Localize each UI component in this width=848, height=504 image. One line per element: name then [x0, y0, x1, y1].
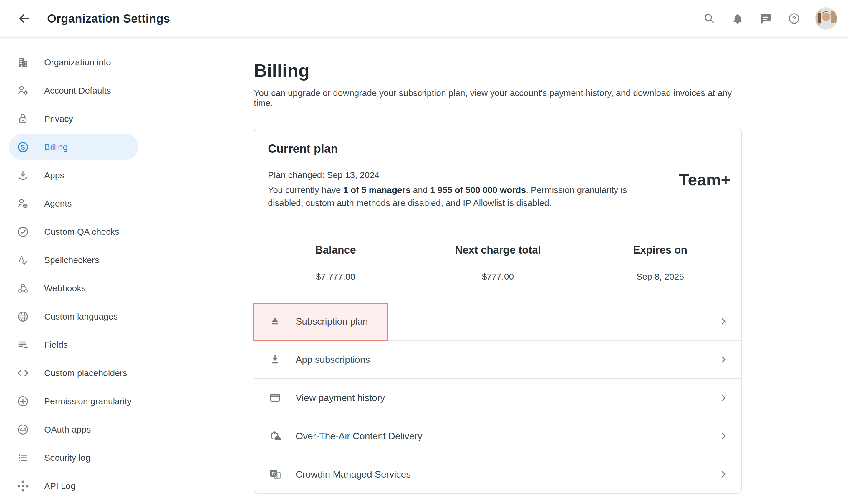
sidebar-item-apps[interactable]: Apps	[9, 162, 138, 188]
search-button[interactable]	[703, 12, 716, 25]
balance-value: $7,777.00	[254, 272, 417, 282]
row-label: Crowdin Managed Services	[296, 469, 411, 480]
translate-icon: G 文	[269, 468, 281, 481]
row-label: View payment history	[296, 393, 385, 403]
current-plan-section: Current plan Plan changed: Sep 13, 2024 …	[254, 129, 741, 227]
globe-icon	[17, 310, 30, 323]
billing-description: You can upgrade or downgrade your subscr…	[254, 88, 748, 108]
sidebar-item-billing[interactable]: $ Billing	[9, 134, 138, 160]
managers-count: 1 of 5 managers	[343, 185, 411, 195]
page-title: Organization Settings	[47, 12, 170, 25]
credit-card-icon	[269, 391, 281, 404]
list-icon	[17, 451, 30, 464]
main-content: Billing You can upgrade or downgrade you…	[254, 38, 748, 494]
person-gear-icon	[17, 84, 30, 97]
row-label: Subscription plan	[296, 316, 368, 327]
code-icon	[17, 366, 30, 380]
topbar: Organization Settings ?	[0, 0, 848, 38]
help-icon: ?	[788, 12, 801, 25]
app-subscriptions-row[interactable]: App subscriptions	[254, 340, 741, 378]
balance-label: Balance	[254, 244, 417, 256]
plan-name: Team+	[679, 170, 730, 189]
ota-sync-icon	[269, 430, 281, 443]
current-plan-title: Current plan	[268, 142, 668, 155]
sidebar-item-permission-granularity[interactable]: Permission granularity	[9, 389, 138, 414]
check-circle-icon	[17, 226, 30, 238]
svg-text:$: $	[21, 144, 25, 151]
building-icon	[17, 56, 30, 69]
sidebar-item-api-log[interactable]: API Log	[9, 473, 138, 499]
sidebar-item-label: Permission granularity	[44, 396, 132, 406]
sidebar-item-label: Apps	[44, 170, 64, 180]
svg-text:文: 文	[275, 473, 280, 479]
sidebar-item-label: Security log	[44, 453, 90, 463]
cloud-circle-icon	[17, 423, 30, 436]
chevron-right-icon	[720, 356, 727, 363]
next-charge-label: Next charge total	[417, 244, 579, 256]
chevron-right-icon	[720, 318, 727, 325]
sidebar-item-agents[interactable]: Agents	[9, 191, 138, 217]
sidebar-item-custom-languages[interactable]: Custom languages	[9, 304, 138, 329]
plan-changed-text: Plan changed: Sep 13, 2024	[268, 170, 668, 180]
sidebar-item-account-defaults[interactable]: Account Defaults	[9, 78, 138, 104]
sidebar-item-webhooks[interactable]: Webhooks	[9, 275, 138, 301]
back-button[interactable]	[17, 12, 31, 25]
topbar-actions: ?	[703, 8, 837, 29]
expires-column: Expires on Sep 8, 2025	[579, 228, 741, 302]
plan-name-box: Team+	[668, 144, 741, 215]
sidebar-item-label: Custom languages	[44, 311, 118, 322]
sidebar-item-custom-qa-checks[interactable]: Custom QA checks	[9, 219, 138, 245]
help-button[interactable]: ?	[788, 12, 801, 25]
dollar-circle-icon: $	[17, 141, 30, 154]
crowdin-managed-services-row[interactable]: G 文 Crowdin Managed Services	[254, 455, 741, 493]
chevron-right-icon	[720, 470, 727, 478]
sidebar-item-label: Account Defaults	[44, 86, 111, 96]
sidebar-item-label: Spellcheckers	[44, 255, 99, 265]
chevron-right-icon	[720, 394, 727, 402]
sidebar-item-label: Webhooks	[44, 283, 86, 293]
row-label: App subscriptions	[296, 354, 370, 365]
sidebar-item-label: Custom QA checks	[44, 227, 119, 237]
sidebar-item-label: Billing	[44, 142, 68, 152]
sidebar-item-fields[interactable]: Fields	[9, 332, 138, 358]
notifications-button[interactable]	[731, 12, 744, 25]
messages-button[interactable]	[759, 12, 773, 25]
sidebar-item-oauth-apps[interactable]: OAuth apps	[9, 417, 138, 443]
sidebar-item-spellcheckers[interactable]: A Spellcheckers	[9, 247, 138, 273]
balance-column: Balance $7,777.00	[254, 228, 417, 302]
words-count: 1 955 of 500 000 words	[430, 185, 526, 195]
search-icon	[703, 12, 716, 25]
sidebar-item-security-log[interactable]: Security log	[9, 445, 138, 471]
sidebar-item-label: Agents	[44, 199, 72, 209]
sidebar-item-organization-info[interactable]: Organization info	[9, 50, 138, 75]
person-cube-icon	[17, 197, 30, 210]
avatar[interactable]	[816, 8, 837, 29]
svg-text:A: A	[19, 254, 24, 264]
webhook-icon	[17, 282, 30, 295]
billing-card: Current plan Plan changed: Sep 13, 2024 …	[254, 129, 742, 494]
expires-label: Expires on	[579, 244, 741, 256]
playlist-add-icon	[17, 338, 30, 351]
current-plan-info: Current plan Plan changed: Sep 13, 2024 …	[254, 129, 668, 227]
sidebar-item-label: Custom placeholders	[44, 368, 127, 378]
billing-summary: Balance $7,777.00 Next charge total $777…	[254, 227, 741, 302]
svg-text:?: ?	[792, 15, 796, 22]
view-payment-history-row[interactable]: View payment history	[254, 378, 741, 417]
sidebar: Organization info Account Defaults P	[0, 38, 147, 501]
sidebar-item-custom-placeholders[interactable]: Custom placeholders	[9, 360, 138, 386]
ota-content-delivery-row[interactable]: Over-The-Air Content Delivery	[254, 417, 741, 455]
download-icon	[17, 169, 30, 182]
diamonds-icon	[17, 480, 30, 492]
billing-heading: Billing	[254, 60, 748, 81]
plus-circle-icon	[17, 395, 30, 408]
chevron-right-icon	[720, 432, 727, 440]
sidebar-item-privacy[interactable]: Privacy	[9, 106, 138, 132]
sidebar-item-label: API Log	[44, 481, 76, 491]
expires-value: Sep 8, 2025	[579, 272, 741, 282]
sidebar-item-label: Privacy	[44, 114, 73, 124]
subscription-plan-row[interactable]: Subscription plan	[254, 302, 741, 340]
lock-icon	[17, 112, 30, 125]
sidebar-item-label: Organization info	[44, 57, 111, 67]
download-icon	[269, 353, 281, 366]
next-charge-value: $777.00	[417, 272, 579, 282]
